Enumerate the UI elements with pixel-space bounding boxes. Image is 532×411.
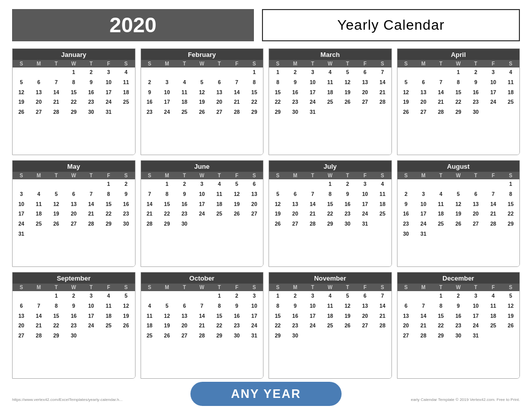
day-cell: 9: [117, 189, 135, 199]
day-headers-march: SMTWTFS: [269, 60, 391, 67]
day-cell: 28: [432, 107, 450, 117]
day-cell: 12: [397, 88, 415, 98]
day-cell: 9: [141, 88, 159, 98]
day-cell: 26: [339, 97, 357, 107]
day-cell: 7: [374, 291, 391, 301]
day-cell: 5: [228, 179, 246, 189]
day-cell: 30: [467, 107, 485, 117]
day-header-cell: T: [176, 60, 193, 67]
day-cell-empty: [30, 291, 48, 301]
day-cell: 12: [228, 189, 246, 199]
day-cell: 6: [211, 78, 228, 88]
day-cell: 21: [193, 321, 211, 331]
day-header-cell: M: [30, 284, 48, 291]
day-cell: 31: [356, 219, 374, 229]
day-cell: 5: [13, 78, 30, 88]
day-cell: 26: [117, 321, 135, 331]
day-header-cell: W: [65, 172, 83, 179]
day-cell: 18: [374, 199, 391, 210]
day-header-cell: M: [415, 60, 432, 67]
any-year-button[interactable]: ANY YEAR: [190, 382, 341, 406]
day-cell: 12: [13, 88, 30, 98]
day-cell: 27: [176, 331, 193, 341]
days-grid-november: 1234567891011121314151617181920212223242…: [269, 291, 391, 378]
day-cell: 29: [269, 107, 287, 117]
day-cell: 19: [193, 97, 211, 107]
day-cell: 4: [374, 179, 391, 189]
day-cell-empty: [397, 291, 415, 301]
day-cell: 13: [211, 88, 228, 98]
day-cell: 30: [449, 331, 467, 341]
day-header-cell: M: [158, 60, 176, 67]
day-cell: 21: [374, 88, 391, 98]
day-header-cell: S: [502, 172, 519, 179]
day-header-cell: S: [117, 172, 135, 179]
day-cell: 20: [176, 321, 193, 331]
day-cell: 13: [245, 189, 263, 199]
day-cell: 27: [287, 219, 304, 229]
day-cell-empty: [415, 67, 432, 78]
day-cell: 14: [432, 88, 450, 98]
day-cell: 28: [485, 219, 502, 229]
day-cell: 29: [502, 219, 519, 229]
day-cell: 10: [485, 78, 502, 88]
day-cell: 27: [356, 97, 374, 107]
day-cell-empty: [432, 179, 450, 189]
day-cell: 23: [83, 97, 100, 107]
day-header-cell: M: [158, 284, 176, 291]
day-headers-april: SMTWTFS: [397, 60, 520, 67]
day-cell: 7: [141, 189, 159, 199]
day-cell: 20: [245, 199, 263, 210]
day-cell: 7: [83, 189, 100, 199]
day-cell: 17: [13, 209, 30, 219]
day-header-cell: S: [117, 60, 135, 67]
day-cell: 5: [158, 301, 176, 311]
days-grid-april: 1234567891011121314151617181920212223242…: [397, 67, 520, 155]
month-card-august: AugustSMTWTFS123456789101112131415161718…: [397, 160, 520, 267]
day-header-cell: T: [432, 284, 450, 291]
day-cell: 20: [13, 321, 30, 331]
day-header-cell: T: [47, 172, 65, 179]
day-cell-empty: [397, 67, 415, 78]
day-cell: 4: [432, 189, 450, 199]
day-headers-july: SMTWTFS: [269, 172, 391, 179]
day-cell: 10: [193, 189, 211, 199]
day-cell: 24: [467, 321, 485, 331]
day-cell-empty: [158, 67, 176, 78]
day-cell: 28: [374, 321, 391, 331]
day-cell: 25: [100, 321, 117, 331]
day-cell-empty: [415, 291, 432, 301]
day-cell-empty: [228, 67, 246, 78]
day-cell: 24: [415, 219, 432, 229]
day-cell: 14: [193, 311, 211, 321]
day-header-cell: T: [432, 172, 450, 179]
day-header-cell: S: [141, 284, 159, 291]
day-cell: 26: [449, 219, 467, 229]
day-cell: 2: [117, 179, 135, 189]
day-cell: 5: [47, 189, 65, 199]
day-cell: 21: [304, 209, 321, 219]
month-card-february: FebruarySMTWTFS1234567891011121314151617…: [141, 48, 264, 155]
day-cell: 2: [287, 291, 304, 301]
day-cell: 8: [269, 78, 287, 88]
day-cell-empty: [158, 291, 176, 301]
footer-left: https://www.vertex42.com/ExcelTemplates/…: [12, 397, 122, 402]
day-cell: 25: [211, 209, 228, 219]
month-card-april: AprilSMTWTFS1234567891011121314151617181…: [397, 48, 520, 155]
day-cell: 6: [467, 189, 485, 199]
day-cell: 9: [339, 189, 357, 199]
day-headers-august: SMTWTFS: [397, 172, 520, 179]
day-cell: 22: [158, 209, 176, 219]
day-header-cell: F: [356, 284, 374, 291]
day-cell-empty: [65, 179, 83, 189]
day-cell: 1: [245, 67, 263, 78]
day-cell: 25: [374, 209, 391, 219]
footer: https://www.vertex42.com/ExcelTemplates/…: [12, 382, 520, 406]
day-cell-empty: [449, 179, 467, 189]
day-cell: 29: [100, 219, 117, 229]
day-cell: 4: [30, 189, 48, 199]
day-cell: 24: [356, 209, 374, 219]
day-cell: 17: [158, 97, 176, 107]
day-cell: 3: [83, 291, 100, 301]
day-cell: 28: [141, 219, 159, 229]
